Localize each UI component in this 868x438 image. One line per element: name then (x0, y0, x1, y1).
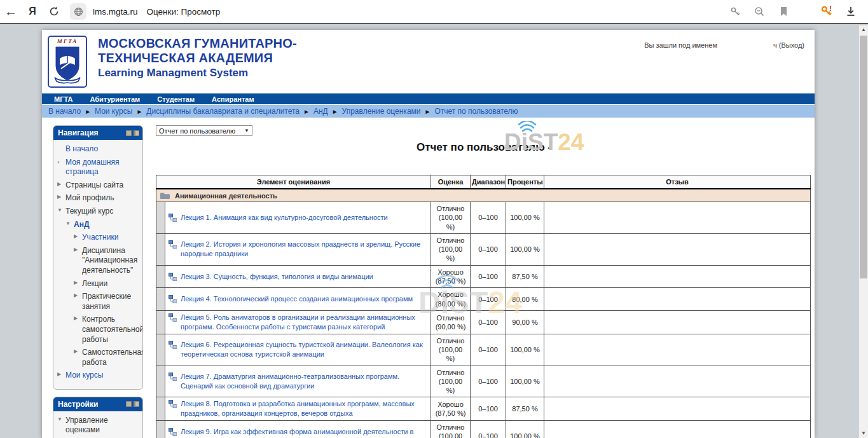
report-area: Отчет по пользователю ▼ Отчет по пользов… (156, 125, 812, 438)
sidebar-item[interactable]: ▶Практические занятия (57, 292, 140, 311)
address-bar[interactable]: lms.mgta.ru Оценки: Просмотр (70, 3, 220, 20)
lesson-icon (169, 272, 177, 281)
lesson-icon (169, 294, 177, 303)
lesson-icon (169, 313, 177, 322)
menu-item[interactable]: Абитуриентам (90, 95, 140, 103)
grade-cell: Хорошо(80,00 %) (431, 288, 471, 311)
site-header: МГТА МОСКОВСКАЯ ГУМАНИТАРНО- ТЕХНИЧЕСКАЯ… (42, 30, 815, 93)
range-cell: 0–100 (471, 397, 506, 421)
download-button[interactable] (840, 2, 862, 21)
sidebar-item[interactable]: ▪Моя домашняя страница (57, 158, 140, 177)
grade-percent: (90,00 %) (434, 322, 467, 331)
sidebar-item[interactable]: ▶Мои курсы (57, 371, 140, 381)
page-scrollbar[interactable]: ▲ ▼ (859, 25, 868, 438)
table-row: Лекция 9. Игра как эффективная форма ани… (156, 421, 811, 438)
lesson-icon (169, 340, 177, 349)
academy-crest-icon (52, 44, 83, 84)
grade-item-link[interactable]: Лекция 7. Драматургия анимационно-театра… (181, 372, 427, 391)
grade-label: Хорошо (434, 400, 467, 409)
page-title: Отчет по пользователю - (156, 141, 812, 154)
indent-cell (156, 421, 165, 438)
breadcrumb-item[interactable]: Управление оценками (342, 107, 421, 116)
chevron-right-icon: ▶ (57, 371, 65, 379)
scroll-up-icon[interactable]: ▲ (859, 25, 868, 34)
password-key-icon: ! (820, 5, 833, 18)
back-button[interactable]: ← (0, 2, 22, 21)
logout-link[interactable]: ч (Выход) (773, 41, 804, 49)
logo-text: МГТА (57, 38, 78, 44)
grade-item-link[interactable]: Лекция 3. Сущность, функция, типология и… (181, 272, 373, 282)
block-dock-icon[interactable] (134, 130, 139, 136)
grade-item-link[interactable]: Лекция 5. Роль аниматоров в организации … (181, 313, 427, 332)
feedback-cell (544, 397, 811, 421)
grade-item-link[interactable]: Лекция 4. Технологический процесс создан… (181, 294, 413, 304)
browser-toolbar: ← Я lms.mgta.ru Оценки: Просмотр ! (0, 0, 868, 24)
url-text[interactable]: lms.mgta.ru (93, 7, 138, 17)
grade-label: Хорошо (434, 268, 467, 277)
sidebar-item[interactable]: ▶Мой профиль (57, 193, 140, 203)
breadcrumb-item[interactable]: Отчет по пользователю (434, 107, 518, 116)
grade-percent: (100,00 %) (434, 377, 467, 395)
feedback-cell (544, 421, 811, 438)
sidebar-item[interactable]: В начало (57, 144, 140, 154)
column-header: Элемент оценивания (156, 175, 431, 189)
grade-table: Элемент оцениванияОценкаДиапазонПроценты… (156, 175, 811, 438)
sidebar-item[interactable]: ▼Управление оценками (57, 416, 140, 435)
report-type-select[interactable]: Отчет по пользователю ▼ (156, 125, 252, 136)
chevron-right-icon: ▶ (57, 193, 65, 202)
range-cell: 0–100 (471, 421, 506, 438)
bookmark-button[interactable] (773, 2, 794, 21)
sidebar-item[interactable]: ▶Контроль самостоятельной работы (57, 315, 140, 345)
table-row: Лекция 3. Сущность, функция, типология и… (156, 265, 811, 288)
sidebar-item[interactable]: ▶Самостоятельная работа (57, 348, 140, 367)
chevron-right-icon: ▶ (74, 246, 82, 254)
menu-item[interactable]: Аспирантам (212, 95, 254, 103)
breadcrumb-separator-icon: ► (136, 108, 142, 115)
sidebar-item[interactable]: ▼Текущий курс (57, 207, 140, 217)
breadcrumb-item[interactable]: Мои курсы (95, 107, 132, 116)
sidebar-item-label: Управление оценками (65, 416, 140, 435)
refresh-button[interactable] (43, 2, 65, 21)
breadcrumb-item[interactable]: АнД (313, 107, 328, 116)
block-collapse-icon[interactable] (126, 130, 132, 136)
item-name-cell: Лекция 4. Технологический процесс создан… (165, 288, 431, 311)
find-button[interactable] (748, 2, 770, 21)
sidebar-item[interactable]: ▶Страницы сайта (57, 181, 140, 191)
percent-cell: 87,50 % (506, 265, 544, 288)
scrollbar-thumb[interactable] (860, 36, 867, 278)
table-row: Лекция 2. История и хронология массовых … (156, 233, 811, 265)
block-collapse-icon[interactable] (126, 401, 132, 407)
back-icon: ← (4, 4, 17, 19)
grade-item-link[interactable]: Лекция 6. Рекреационная сущность туристс… (181, 340, 427, 359)
grade-item-link[interactable]: Лекция 1. Анимация как вид культурно-дос… (181, 213, 388, 222)
password-alert-button[interactable]: ! (816, 2, 837, 21)
yandex-button[interactable]: Я (22, 2, 43, 21)
grade-percent: (100,00 %) (434, 432, 467, 438)
sidebar-item[interactable]: ▶Лекции (57, 279, 140, 289)
protect-button[interactable] (724, 2, 746, 21)
chevron-right-icon: ▶ (74, 233, 82, 241)
grade-item-link[interactable]: Лекция 2. История и хронология массовых … (181, 240, 427, 259)
sidebar-item-label: Текущий курс (65, 207, 140, 217)
feedback-cell (544, 366, 811, 397)
grade-item-link[interactable]: Лекция 9. Игра как эффективная форма ани… (181, 427, 427, 438)
sidebar-item[interactable]: ▼АнД (57, 220, 140, 230)
breadcrumb-item[interactable]: Дисциплины бакалавриата и специалитета (146, 107, 300, 116)
lesson-icon (169, 372, 177, 381)
feedback-cell (544, 334, 811, 366)
grade-item-link[interactable]: Лекция 8. Подготовка и разработка анимац… (181, 399, 427, 418)
sidebar-item[interactable]: ▶Участники (57, 233, 140, 243)
menu-item[interactable]: МГТА (54, 95, 72, 103)
bookmark-icon (779, 6, 789, 17)
grade-label: Хорошо (434, 290, 467, 299)
scroll-down-icon[interactable]: ▼ (859, 429, 868, 438)
block-dock-icon[interactable] (134, 401, 139, 407)
grade-label: Отлично (434, 423, 467, 432)
item-name-cell: Лекция 2. История и хронология массовых … (165, 233, 431, 265)
site-badge[interactable] (70, 3, 86, 20)
menu-item[interactable]: Студентам (157, 95, 195, 103)
sidebar-item[interactable]: ▶Дисциплина "Анимационная деятельность" (57, 246, 140, 276)
breadcrumb-item[interactable]: В начало (48, 107, 81, 116)
percent-cell: 100,00 % (506, 366, 544, 397)
folder-icon (160, 191, 170, 200)
